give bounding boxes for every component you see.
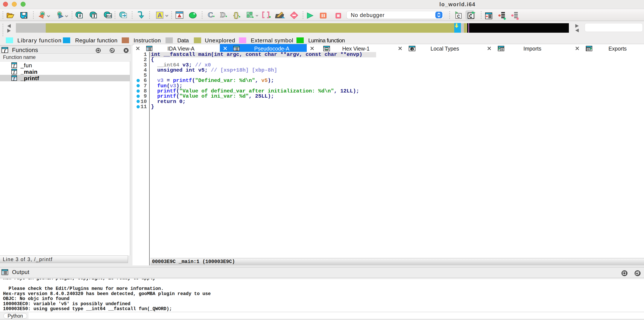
svg-text:A: A: [157, 12, 162, 19]
svg-text:f: f: [14, 70, 15, 74]
svg-text:T: T: [92, 13, 96, 19]
svg-text:D: D: [220, 11, 226, 19]
svg-text:f: f: [14, 64, 15, 68]
svg-text:010: 010: [106, 15, 112, 18]
svg-text:C: C: [208, 11, 213, 19]
svg-text:f: f: [14, 77, 15, 81]
svg-text:{}: {}: [234, 11, 239, 19]
svg-text:C: C: [457, 14, 460, 19]
svg-text:C: C: [469, 13, 472, 19]
svg-text:#: #: [79, 13, 81, 18]
